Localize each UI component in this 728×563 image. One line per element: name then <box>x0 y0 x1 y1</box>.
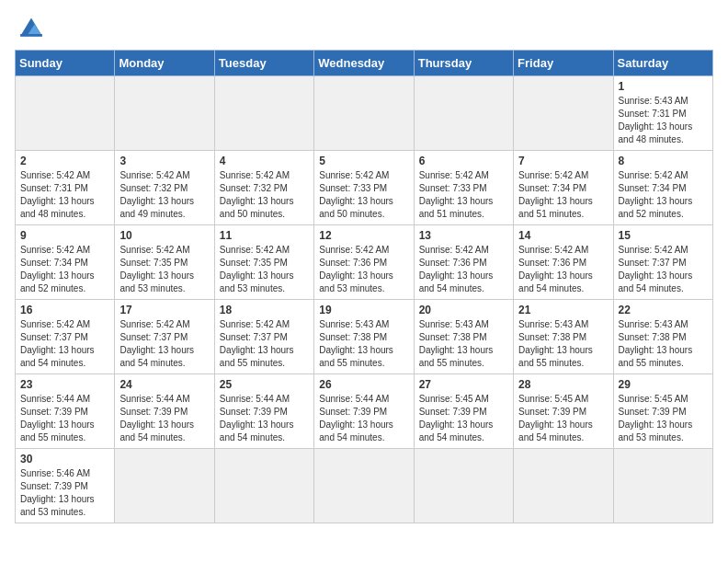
day-info: Sunrise: 5:42 AMSunset: 7:37 PMDaylight:… <box>20 318 109 370</box>
calendar-cell <box>214 76 313 151</box>
calendar-cell: 26Sunrise: 5:44 AMSunset: 7:39 PMDayligh… <box>314 374 414 449</box>
day-info: Sunrise: 5:42 AMSunset: 7:36 PMDaylight:… <box>518 244 608 295</box>
calendar-cell <box>115 76 214 151</box>
calendar-cell <box>613 449 712 523</box>
calendar-cell: 11Sunrise: 5:42 AMSunset: 7:35 PMDayligh… <box>214 225 313 300</box>
calendar-cell: 19Sunrise: 5:43 AMSunset: 7:38 PMDayligh… <box>314 300 414 374</box>
day-info: Sunrise: 5:43 AMSunset: 7:38 PMDaylight:… <box>319 318 408 370</box>
day-info: Sunrise: 5:42 AMSunset: 7:32 PMDaylight:… <box>220 169 309 221</box>
day-number: 7 <box>518 155 608 167</box>
weekday-header-thursday: Thursday <box>414 51 513 76</box>
day-number: 3 <box>119 155 209 167</box>
day-info: Sunrise: 5:44 AMSunset: 7:39 PMDaylight:… <box>20 393 109 444</box>
day-info: Sunrise: 5:42 AMSunset: 7:32 PMDaylight:… <box>119 169 209 221</box>
calendar-week-0: 1Sunrise: 5:43 AMSunset: 7:31 PMDaylight… <box>16 76 713 151</box>
calendar-cell: 8Sunrise: 5:42 AMSunset: 7:34 PMDaylight… <box>613 151 712 225</box>
day-info: Sunrise: 5:42 AMSunset: 7:33 PMDaylight:… <box>419 169 508 221</box>
calendar-cell <box>514 449 613 523</box>
calendar-cell: 23Sunrise: 5:44 AMSunset: 7:39 PMDayligh… <box>16 374 115 449</box>
day-number: 27 <box>419 378 508 391</box>
calendar-cell <box>314 449 414 523</box>
calendar-header: SundayMondayTuesdayWednesdayThursdayFrid… <box>16 51 713 76</box>
calendar-week-3: 16Sunrise: 5:42 AMSunset: 7:37 PMDayligh… <box>16 300 713 374</box>
calendar-cell: 3Sunrise: 5:42 AMSunset: 7:32 PMDaylight… <box>115 151 214 225</box>
day-number: 20 <box>419 304 508 316</box>
calendar-cell: 27Sunrise: 5:45 AMSunset: 7:39 PMDayligh… <box>414 374 513 449</box>
calendar-body: 1Sunrise: 5:43 AMSunset: 7:31 PMDaylight… <box>16 76 713 523</box>
calendar-week-1: 2Sunrise: 5:42 AMSunset: 7:31 PMDaylight… <box>16 151 713 225</box>
day-number: 19 <box>319 304 408 316</box>
day-number: 16 <box>20 304 109 316</box>
logo <box>15 15 51 40</box>
day-info: Sunrise: 5:44 AMSunset: 7:39 PMDaylight:… <box>220 393 309 444</box>
calendar-cell: 18Sunrise: 5:42 AMSunset: 7:37 PMDayligh… <box>214 300 313 374</box>
day-number: 24 <box>119 378 209 391</box>
day-number: 12 <box>319 229 408 242</box>
day-info: Sunrise: 5:42 AMSunset: 7:37 PMDaylight:… <box>220 318 309 370</box>
day-info: Sunrise: 5:46 AMSunset: 7:39 PMDaylight:… <box>20 467 109 519</box>
calendar-cell: 24Sunrise: 5:44 AMSunset: 7:39 PMDayligh… <box>115 374 214 449</box>
weekday-header-monday: Monday <box>115 51 214 76</box>
day-number: 9 <box>20 229 109 242</box>
calendar-cell <box>414 449 513 523</box>
calendar-cell: 16Sunrise: 5:42 AMSunset: 7:37 PMDayligh… <box>16 300 115 374</box>
calendar-cell: 21Sunrise: 5:43 AMSunset: 7:38 PMDayligh… <box>514 300 613 374</box>
day-number: 25 <box>220 378 309 391</box>
calendar-cell: 29Sunrise: 5:45 AMSunset: 7:39 PMDayligh… <box>613 374 712 449</box>
calendar-table: SundayMondayTuesdayWednesdayThursdayFrid… <box>15 50 713 523</box>
day-info: Sunrise: 5:42 AMSunset: 7:34 PMDaylight:… <box>619 169 708 221</box>
day-info: Sunrise: 5:43 AMSunset: 7:31 PMDaylight:… <box>619 95 708 146</box>
calendar-cell: 4Sunrise: 5:42 AMSunset: 7:32 PMDaylight… <box>214 151 313 225</box>
day-number: 17 <box>119 304 209 316</box>
calendar-cell: 17Sunrise: 5:42 AMSunset: 7:37 PMDayligh… <box>115 300 214 374</box>
day-number: 5 <box>319 155 408 167</box>
calendar-cell: 2Sunrise: 5:42 AMSunset: 7:31 PMDaylight… <box>16 151 115 225</box>
calendar-cell: 28Sunrise: 5:45 AMSunset: 7:39 PMDayligh… <box>514 374 613 449</box>
calendar-cell <box>414 76 513 151</box>
day-info: Sunrise: 5:42 AMSunset: 7:36 PMDaylight:… <box>419 244 508 295</box>
calendar-cell <box>214 449 313 523</box>
day-number: 23 <box>20 378 109 391</box>
calendar-cell <box>514 76 613 151</box>
calendar-week-5: 30Sunrise: 5:46 AMSunset: 7:39 PMDayligh… <box>16 449 713 523</box>
calendar-week-4: 23Sunrise: 5:44 AMSunset: 7:39 PMDayligh… <box>16 374 713 449</box>
calendar-cell: 10Sunrise: 5:42 AMSunset: 7:35 PMDayligh… <box>115 225 214 300</box>
day-info: Sunrise: 5:45 AMSunset: 7:39 PMDaylight:… <box>518 393 608 444</box>
day-info: Sunrise: 5:42 AMSunset: 7:35 PMDaylight:… <box>119 244 209 295</box>
day-info: Sunrise: 5:44 AMSunset: 7:39 PMDaylight:… <box>119 393 209 444</box>
weekday-header-friday: Friday <box>514 51 613 76</box>
day-number: 6 <box>419 155 508 167</box>
day-number: 2 <box>20 155 109 167</box>
svg-rect-2 <box>20 34 42 37</box>
day-number: 22 <box>619 304 708 316</box>
day-info: Sunrise: 5:44 AMSunset: 7:39 PMDaylight:… <box>319 393 408 444</box>
calendar-cell: 9Sunrise: 5:42 AMSunset: 7:34 PMDaylight… <box>16 225 115 300</box>
day-info: Sunrise: 5:42 AMSunset: 7:35 PMDaylight:… <box>220 244 309 295</box>
day-info: Sunrise: 5:42 AMSunset: 7:31 PMDaylight:… <box>20 169 109 221</box>
day-number: 26 <box>319 378 408 391</box>
day-info: Sunrise: 5:45 AMSunset: 7:39 PMDaylight:… <box>619 393 708 444</box>
calendar-cell: 13Sunrise: 5:42 AMSunset: 7:36 PMDayligh… <box>414 225 513 300</box>
day-info: Sunrise: 5:42 AMSunset: 7:36 PMDaylight:… <box>319 244 408 295</box>
calendar-cell: 1Sunrise: 5:43 AMSunset: 7:31 PMDaylight… <box>613 76 712 151</box>
calendar-cell: 25Sunrise: 5:44 AMSunset: 7:39 PMDayligh… <box>214 374 313 449</box>
day-info: Sunrise: 5:42 AMSunset: 7:34 PMDaylight:… <box>20 244 109 295</box>
day-number: 30 <box>20 453 109 465</box>
weekday-header-tuesday: Tuesday <box>214 51 313 76</box>
weekday-header-sunday: Sunday <box>16 51 115 76</box>
weekday-header-saturday: Saturday <box>613 51 712 76</box>
day-info: Sunrise: 5:43 AMSunset: 7:38 PMDaylight:… <box>419 318 508 370</box>
calendar-cell: 22Sunrise: 5:43 AMSunset: 7:38 PMDayligh… <box>613 300 712 374</box>
day-info: Sunrise: 5:42 AMSunset: 7:33 PMDaylight:… <box>319 169 408 221</box>
day-number: 21 <box>518 304 608 316</box>
day-number: 14 <box>518 229 608 242</box>
day-info: Sunrise: 5:43 AMSunset: 7:38 PMDaylight:… <box>518 318 608 370</box>
calendar-cell: 20Sunrise: 5:43 AMSunset: 7:38 PMDayligh… <box>414 300 513 374</box>
header <box>15 15 713 40</box>
calendar-cell: 30Sunrise: 5:46 AMSunset: 7:39 PMDayligh… <box>16 449 115 523</box>
day-number: 8 <box>619 155 708 167</box>
day-number: 10 <box>119 229 209 242</box>
day-number: 18 <box>220 304 309 316</box>
weekday-header-wednesday: Wednesday <box>314 51 414 76</box>
day-info: Sunrise: 5:42 AMSunset: 7:37 PMDaylight:… <box>119 318 209 370</box>
